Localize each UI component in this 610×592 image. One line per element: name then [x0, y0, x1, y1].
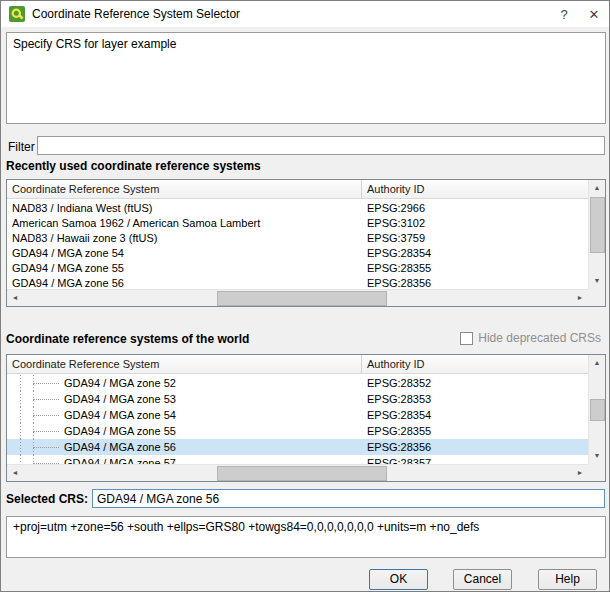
scroll-right-icon[interactable]: ►: [572, 290, 588, 306]
table-row[interactable]: GDA94 / MGA zone 54EPSG:28354: [7, 407, 588, 423]
scroll-right-icon[interactable]: ►: [572, 465, 588, 481]
qgis-icon: [9, 6, 25, 22]
crs-name-cell: NAD83 / Hawaii zone 3 (ftUS): [7, 230, 362, 245]
authority-id-cell: EPSG:2966: [362, 202, 588, 214]
crs-selector-dialog: Coordinate Reference System Selector ? ✕…: [0, 0, 610, 592]
authority-id-cell: EPSG:28353: [362, 393, 588, 405]
crs-name-cell: GDA94 / MGA zone 52: [7, 375, 362, 391]
selected-crs-label: Selected CRS:: [6, 492, 88, 506]
table-row[interactable]: GDA94 / MGA zone 55EPSG:28355: [7, 260, 588, 275]
hide-deprecated-label: Hide deprecated CRSs: [478, 331, 601, 345]
table-row[interactable]: GDA94 / MGA zone 53EPSG:28353: [7, 391, 588, 407]
table-row[interactable]: GDA94 / MGA zone 55EPSG:28355: [7, 423, 588, 439]
recent-table-header: Coordinate Reference System Authority ID: [7, 180, 588, 199]
tree-branch-icon: [12, 455, 64, 464]
crs-name-cell: NAD83 / Indiana West (ftUS): [7, 200, 362, 215]
column-header-authority[interactable]: Authority ID: [362, 355, 588, 373]
crs-name-cell: American Samoa 1962 / American Samoa Lam…: [7, 215, 362, 230]
crs-name: GDA94 / MGA zone 55: [64, 425, 176, 437]
scroll-up-icon[interactable]: ▲: [589, 355, 605, 371]
crs-description-box: Specify CRS for layer example: [6, 32, 606, 124]
crs-name: GDA94 / MGA zone 54: [64, 409, 176, 421]
scroll-down-icon[interactable]: ▼: [589, 448, 605, 464]
vertical-scrollbar[interactable]: ▲ ▼: [588, 355, 605, 464]
authority-id-cell: EPSG:28355: [362, 262, 588, 274]
crs-name-cell: GDA94 / MGA zone 55: [7, 260, 362, 275]
tree-branch-icon: [12, 423, 64, 439]
crs-name: NAD83 / Hawaii zone 3 (ftUS): [12, 232, 158, 244]
crs-name-cell: GDA94 / MGA zone 56: [7, 439, 362, 455]
hide-deprecated-checkbox[interactable]: [460, 332, 473, 345]
help-button-bottom[interactable]: Help: [538, 569, 597, 590]
window-title: Coordinate Reference System Selector: [32, 7, 549, 21]
crs-name-cell: GDA94 / MGA zone 56: [7, 275, 362, 289]
cancel-button[interactable]: Cancel: [453, 569, 512, 590]
crs-name: NAD83 / Indiana West (ftUS): [12, 202, 152, 214]
tree-branch-icon: [12, 375, 64, 391]
authority-id-cell: EPSG:28352: [362, 377, 588, 389]
crs-name-cell: GDA94 / MGA zone 54: [7, 245, 362, 260]
horizontal-scrollbar[interactable]: ◄ ►: [7, 464, 588, 481]
scroll-up-icon[interactable]: ▲: [589, 180, 605, 196]
table-row[interactable]: NAD83 / Indiana West (ftUS)EPSG:2966: [7, 200, 588, 215]
authority-id-cell: EPSG:3759: [362, 232, 588, 244]
table-row[interactable]: GDA94 / MGA zone 54EPSG:28354: [7, 245, 588, 260]
table-row[interactable]: American Samoa 1962 / American Samoa Lam…: [7, 215, 588, 230]
crs-name-cell: GDA94 / MGA zone 53: [7, 391, 362, 407]
crs-name: GDA94 / MGA zone 57: [64, 457, 176, 464]
crs-name: American Samoa 1962 / American Samoa Lam…: [12, 217, 260, 229]
close-button[interactable]: ✕: [579, 1, 609, 27]
column-header-crs[interactable]: Coordinate Reference System: [7, 355, 362, 373]
authority-id-cell: EPSG:28356: [362, 277, 588, 289]
scrollbar-thumb[interactable]: [217, 466, 387, 481]
scrollbar-thumb[interactable]: [217, 291, 387, 306]
scrollbar-corner: [588, 289, 605, 306]
recent-crs-table: Coordinate Reference System Authority ID…: [6, 179, 606, 307]
tree-branch-icon: [12, 407, 64, 423]
filter-label: Filter: [8, 140, 35, 154]
filter-input[interactable]: [37, 136, 605, 155]
crs-name: GDA94 / MGA zone 56: [12, 277, 124, 289]
recent-table-body: NAD83 / Indiana West (ftUS)EPSG:2966Amer…: [7, 200, 588, 289]
tree-branch-icon: [12, 391, 64, 407]
crs-name-cell: GDA94 / MGA zone 55: [7, 423, 362, 439]
authority-id-cell: EPSG:28355: [362, 425, 588, 437]
horizontal-scrollbar[interactable]: ◄ ►: [7, 289, 588, 306]
proj4-definition-box: +proj=utm +zone=56 +south +ellps=GRS80 +…: [6, 516, 606, 558]
table-row[interactable]: GDA94 / MGA zone 56EPSG:28356: [7, 439, 588, 455]
scrollbar-thumb[interactable]: [590, 197, 605, 253]
table-row[interactable]: GDA94 / MGA zone 56EPSG:28356: [7, 275, 588, 289]
recent-section-heading: Recently used coordinate reference syste…: [6, 159, 261, 173]
column-header-authority[interactable]: Authority ID: [362, 180, 588, 198]
scrollbar-thumb[interactable]: [590, 399, 605, 421]
table-row[interactable]: NAD83 / Hawaii zone 3 (ftUS)EPSG:3759: [7, 230, 588, 245]
crs-name-cell: GDA94 / MGA zone 54: [7, 407, 362, 423]
authority-id-cell: EPSG:28354: [362, 409, 588, 421]
crs-name: GDA94 / MGA zone 54: [12, 247, 124, 259]
authority-id-cell: EPSG:28357: [362, 457, 588, 464]
scroll-left-icon[interactable]: ◄: [7, 290, 23, 306]
scroll-left-icon[interactable]: ◄: [7, 465, 23, 481]
crs-name: GDA94 / MGA zone 53: [64, 393, 176, 405]
ok-button[interactable]: OK: [369, 569, 428, 590]
crs-name: GDA94 / MGA zone 55: [12, 262, 124, 274]
world-table-body: GDA94 / MGA zone 52EPSG:28352GDA94 / MGA…: [7, 375, 588, 464]
column-header-crs[interactable]: Coordinate Reference System: [7, 180, 362, 198]
vertical-scrollbar[interactable]: ▲ ▼: [588, 180, 605, 289]
help-button[interactable]: ?: [549, 1, 579, 27]
authority-id-cell: EPSG:28356: [362, 441, 588, 453]
selected-crs-input[interactable]: [92, 489, 605, 508]
tree-branch-icon: [12, 439, 64, 455]
crs-name: GDA94 / MGA zone 56: [64, 441, 176, 453]
table-row[interactable]: GDA94 / MGA zone 52EPSG:28352: [7, 375, 588, 391]
crs-name: GDA94 / MGA zone 52: [64, 377, 176, 389]
crs-name-cell: GDA94 / MGA zone 57: [7, 455, 362, 464]
world-section-heading: Coordinate reference systems of the worl…: [6, 332, 249, 346]
scrollbar-corner: [588, 464, 605, 481]
title-bar: Coordinate Reference System Selector ? ✕: [1, 1, 609, 27]
table-row[interactable]: GDA94 / MGA zone 57EPSG:28357: [7, 455, 588, 464]
hide-deprecated-group[interactable]: Hide deprecated CRSs: [460, 331, 601, 345]
scroll-down-icon[interactable]: ▼: [589, 273, 605, 289]
world-table-header: Coordinate Reference System Authority ID: [7, 355, 588, 374]
authority-id-cell: EPSG:28354: [362, 247, 588, 259]
